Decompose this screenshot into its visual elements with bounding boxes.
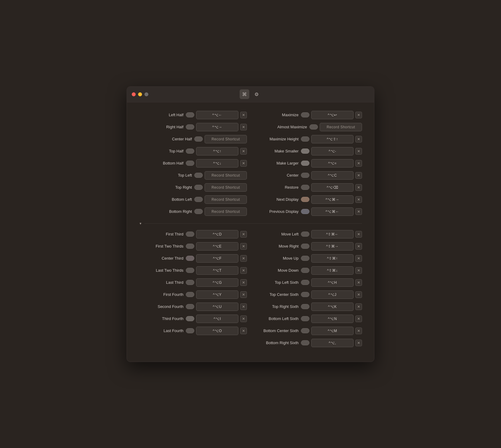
clear-move-down[interactable]: ✕	[355, 267, 362, 274]
clear-make-smaller[interactable]: ✕	[355, 148, 362, 155]
shortcut-move-right[interactable]: ^⇧⌘→	[311, 242, 354, 251]
toggle-bottom-right-sixth[interactable]	[301, 340, 309, 345]
shortcut-bottom-left[interactable]: Record Shortcut	[205, 195, 247, 204]
toggle-last-two-thirds[interactable]	[186, 268, 194, 273]
shortcut-bottom-left-sixth[interactable]: ^⌥N	[311, 315, 354, 323]
shortcut-next-display[interactable]: ^⌥⌘→	[311, 195, 354, 204]
shortcut-move-left[interactable]: ^⇧⌘←	[311, 230, 354, 238]
shortcut-make-larger[interactable]: ^⌥=	[311, 159, 354, 168]
shortcut-left-half[interactable]: ^⌥←	[196, 111, 238, 119]
shortcut-last-fourth[interactable]: ^⌥O	[196, 327, 238, 335]
toggle-move-left[interactable]	[301, 232, 309, 237]
shortcut-bottom-right-sixth[interactable]: ^⌥,	[311, 339, 354, 347]
clear-next-display[interactable]: ✕	[355, 196, 362, 203]
toggle-top-half[interactable]	[186, 149, 194, 154]
shortcut-top-right-sixth[interactable]: ^⌥K	[311, 302, 354, 311]
clear-center-third[interactable]: ✕	[240, 255, 247, 262]
shortcut-move-up[interactable]: ^⇧⌘↑	[311, 254, 354, 263]
clear-right-half[interactable]: ✕	[240, 124, 247, 130]
close-button[interactable]	[132, 92, 136, 96]
shortcut-move-down[interactable]: ^⇧⌘↓	[311, 266, 354, 275]
toggle-restore[interactable]	[301, 185, 309, 190]
clear-prev-display[interactable]: ✕	[355, 208, 362, 215]
toggle-bottom-center-sixth[interactable]	[301, 328, 309, 333]
toggle-top-center-sixth[interactable]	[301, 292, 309, 297]
clear-last-third[interactable]: ✕	[240, 279, 247, 286]
toggle-center[interactable]	[301, 173, 309, 178]
clear-last-two-thirds[interactable]: ✕	[240, 267, 247, 274]
settings-icon[interactable]: ⚙	[252, 89, 261, 99]
toggle-third-fourth[interactable]	[186, 316, 194, 321]
clear-last-fourth[interactable]: ✕	[240, 328, 247, 334]
clear-top-left-sixth[interactable]: ✕	[355, 279, 362, 286]
minimize-button[interactable]	[138, 92, 142, 96]
toggle-last-fourth[interactable]	[186, 328, 194, 333]
toggle-first-third[interactable]	[186, 232, 194, 237]
clear-first-fourth[interactable]: ✕	[240, 291, 247, 298]
clear-bottom-left-sixth[interactable]: ✕	[355, 315, 362, 322]
clear-move-left[interactable]: ✕	[355, 231, 362, 238]
shortcut-prev-display[interactable]: ^⌥⌘←	[311, 207, 354, 216]
toggle-top-right-sixth[interactable]	[301, 304, 309, 309]
keyboard-icon[interactable]: ⌘	[240, 89, 249, 99]
shortcut-make-smaller[interactable]: ^⌥-	[311, 147, 354, 155]
shortcut-maximize[interactable]: ^⌥↩	[311, 111, 354, 119]
toggle-make-smaller[interactable]	[301, 149, 309, 154]
toggle-top-left-sixth[interactable]	[301, 280, 309, 285]
toggle-center-third[interactable]	[186, 256, 194, 261]
shortcut-center-half[interactable]: Record Shortcut	[205, 135, 247, 143]
toggle-move-up[interactable]	[301, 256, 309, 261]
shortcut-center[interactable]: ^⌥C	[311, 171, 354, 180]
shortcut-bottom-right[interactable]: Record Shortcut	[205, 207, 247, 216]
clear-restore[interactable]: ✕	[355, 184, 362, 191]
clear-left-half[interactable]: ✕	[240, 112, 247, 118]
clear-top-half[interactable]: ✕	[240, 148, 247, 155]
shortcut-first-third[interactable]: ^⌥D	[196, 230, 238, 238]
shortcut-top-right[interactable]: Record Shortcut	[205, 183, 247, 192]
clear-first-two-thirds[interactable]: ✕	[240, 243, 247, 250]
toggle-maximize[interactable]	[301, 112, 309, 117]
fullscreen-button[interactable]	[144, 92, 148, 96]
shortcut-first-fourth[interactable]: ^⌥Y	[196, 290, 238, 299]
toggle-move-down[interactable]	[301, 268, 309, 273]
shortcut-second-fourth[interactable]: ^⌥U	[196, 302, 238, 311]
shortcut-top-half[interactable]: ^⌥↑	[196, 147, 238, 155]
toggle-right-half[interactable]	[186, 124, 194, 130]
toggle-first-fourth[interactable]	[186, 292, 194, 297]
shortcut-almost-maximize[interactable]: Record Shortcut	[320, 123, 362, 131]
toggle-center-half[interactable]	[194, 136, 203, 142]
toggle-prev-display[interactable]	[301, 209, 309, 214]
expand-row[interactable]: ▼	[139, 222, 362, 225]
toggle-bottom-right[interactable]	[194, 209, 203, 214]
toggle-next-display[interactable]	[301, 197, 309, 202]
clear-top-right-sixth[interactable]: ✕	[355, 303, 362, 310]
clear-move-up[interactable]: ✕	[355, 255, 362, 262]
clear-first-third[interactable]: ✕	[240, 231, 247, 238]
toggle-bottom-left[interactable]	[194, 197, 203, 202]
toggle-almost-maximize[interactable]	[309, 124, 318, 130]
clear-bottom-center-sixth[interactable]: ✕	[355, 328, 362, 334]
shortcut-center-third[interactable]: ^⌥F	[196, 254, 238, 263]
clear-second-fourth[interactable]: ✕	[240, 303, 247, 310]
shortcut-last-two-thirds[interactable]: ^⌥T	[196, 266, 238, 275]
toggle-make-larger[interactable]	[301, 161, 309, 166]
toggle-bottom-half[interactable]	[186, 161, 194, 166]
shortcut-right-half[interactable]: ^⌥→	[196, 123, 238, 131]
toggle-last-third[interactable]	[186, 280, 194, 285]
shortcut-top-center-sixth[interactable]: ^⌥J	[311, 290, 354, 299]
shortcut-last-third[interactable]: ^⌥G	[196, 278, 238, 287]
clear-maximize[interactable]: ✕	[355, 112, 362, 118]
clear-bottom-right-sixth[interactable]: ✕	[355, 340, 362, 346]
clear-top-center-sixth[interactable]: ✕	[355, 291, 362, 298]
clear-center[interactable]: ✕	[355, 172, 362, 179]
toggle-left-half[interactable]	[186, 112, 194, 117]
clear-move-right[interactable]: ✕	[355, 243, 362, 250]
shortcut-top-left[interactable]: Record Shortcut	[205, 171, 247, 180]
toggle-first-two-thirds[interactable]	[186, 244, 194, 249]
shortcut-first-two-thirds[interactable]: ^⌥E	[196, 242, 238, 251]
shortcut-bottom-half[interactable]: ^⌥↓	[196, 159, 238, 168]
shortcut-restore[interactable]: ^⌥⌫	[311, 183, 354, 192]
shortcut-maximize-height[interactable]: ^⌥⇧↑	[311, 135, 354, 143]
clear-third-fourth[interactable]: ✕	[240, 315, 247, 322]
toggle-maximize-height[interactable]	[301, 136, 309, 142]
